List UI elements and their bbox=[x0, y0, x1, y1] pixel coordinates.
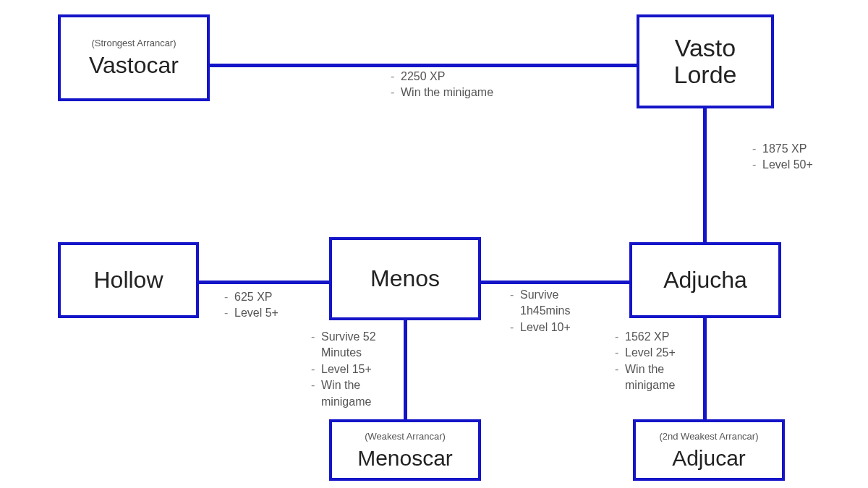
req-menos-adjucha: Survive 1h45mins Level 10+ bbox=[510, 287, 611, 335]
node-vastolorde: Vasto Lorde bbox=[637, 14, 774, 108]
node-subtitle: (Weakest Arrancar) bbox=[365, 431, 446, 442]
edge-vastocar-vastolorde bbox=[203, 64, 637, 67]
node-adjucar: (2nd Weakest Arrancar) Adjucar bbox=[633, 419, 785, 481]
node-vastocar: (Strongest Arrancar) Vastocar bbox=[58, 14, 210, 101]
node-title: Adjucar bbox=[672, 446, 746, 470]
req-vastolorde-adjucha: 1875 XP Level 50+ bbox=[752, 141, 813, 174]
node-adjucha: Adjucha bbox=[629, 242, 781, 318]
node-menos: Menos bbox=[329, 237, 481, 320]
edge-vastolorde-adjucha bbox=[703, 108, 707, 246]
node-title: Adjucha bbox=[663, 267, 747, 293]
req-vastocar-vastolorde: 2250 XP Win the minigame bbox=[391, 69, 493, 101]
req-menos-menoscar: Survive 52 Minutes Level 15+ Win the min… bbox=[311, 329, 412, 410]
req-hollow-menos: 625 XP Level 5+ bbox=[224, 289, 278, 322]
node-title: Menoscar bbox=[357, 446, 453, 470]
edge-hollow-menos bbox=[195, 281, 333, 284]
edge-menos-adjucha bbox=[477, 281, 637, 284]
node-subtitle: (2nd Weakest Arrancar) bbox=[659, 431, 758, 442]
node-title: Menos bbox=[370, 266, 440, 291]
node-hollow: Hollow bbox=[58, 242, 199, 318]
node-subtitle: (Strongest Arrancar) bbox=[91, 38, 176, 48]
req-adjucha-adjucar: 1562 XP Level 25+ Win the minigame bbox=[615, 329, 716, 394]
node-title: Vasto Lorde bbox=[645, 35, 765, 89]
node-title: Hollow bbox=[93, 267, 163, 293]
node-menoscar: (Weakest Arrancar) Menoscar bbox=[329, 419, 481, 481]
node-title: Vastocar bbox=[89, 53, 179, 78]
